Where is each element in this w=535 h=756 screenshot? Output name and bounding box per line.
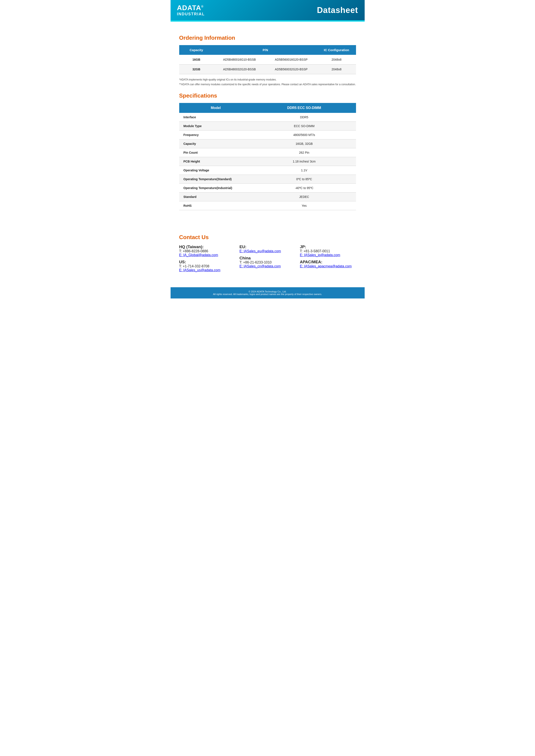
ordering-col-ic: IC Configuration <box>317 45 356 55</box>
contact-jp-email: E: IASales_jp@adata.com <box>300 253 356 257</box>
contact-us-email-link[interactable]: E: IASales_us@adata.com <box>179 268 220 272</box>
contact-apac-name: APAC/MEA: <box>300 259 356 264</box>
specs-label-3: Capacity <box>179 139 253 148</box>
specs-value-1: ECC SO-DIMM <box>253 122 356 131</box>
specs-row-1: Module Type ECC SO-DIMM <box>179 122 356 131</box>
specifications-section: Specifications Model DDR5 ECC SO-DIMM In… <box>179 92 356 210</box>
specs-label-9: Standard <box>179 193 253 201</box>
contact-china: China T: +86-21-6233-1010 E: IASales_cn@… <box>239 256 296 268</box>
ordering-note-2: **ADATA can offer memory modules customi… <box>179 83 356 86</box>
footer: © 2024 ADATA Technology Co., Ltd. All ri… <box>171 287 365 298</box>
contact-hq-email: E: IA_Global@adata.com <box>179 253 235 257</box>
contact-jp-name: JP: <box>300 245 356 249</box>
contact-jp: JP: T: +81-3-5807-0011 E: IASales_jp@ada… <box>300 245 356 257</box>
contact-col-3: JP: T: +81-3-5807-0011 E: IASales_jp@ada… <box>300 245 356 272</box>
specs-label-10: RoHS <box>179 201 253 210</box>
contact-apac-email-link[interactable]: E: IASales_apacmea@adata.com <box>300 264 352 268</box>
contact-col-1: HQ (Taiwan): T: +886-8228-0886 E: IA_Glo… <box>179 245 235 272</box>
header: ADATA® INDUSTRIAL Datasheet <box>171 0 365 20</box>
contact-jp-email-link[interactable]: E: IASales_jp@adata.com <box>300 253 340 257</box>
specs-value-2: 4800/5600 MT/s <box>253 131 356 139</box>
specs-value-6: 1.1V <box>253 166 356 175</box>
specs-row-7: Operating Temperature(Standard) 0ºC to 8… <box>179 175 356 184</box>
contact-hq-phone: T: +886-8228-0886 <box>179 249 235 253</box>
contact-jp-phone: T: +81-3-5807-0011 <box>300 249 356 253</box>
specs-label-4: Pin Count <box>179 148 253 157</box>
contact-eu-email: E: IASales_eu@adata.com <box>239 249 296 253</box>
ordering-note-1: *ADATA implements high-quality original … <box>179 78 356 81</box>
specs-row-6: Operating Voltage 1.1V <box>179 166 356 175</box>
logo-adata-text: ADATA <box>177 4 201 12</box>
ordering-ic-0: 2048x8 <box>317 55 356 65</box>
contact-col-2: EU: E: IASales_eu@adata.com China T: +86… <box>239 245 296 272</box>
specs-label-6: Operating Voltage <box>179 166 253 175</box>
contact-china-name: China <box>239 256 296 260</box>
specs-label-2: Frequency <box>179 131 253 139</box>
logo-adata: ADATA® <box>177 4 204 12</box>
contact-hq-name: HQ (Taiwan): <box>179 245 235 249</box>
contact-eu-email-link[interactable]: E: IASales_eu@adata.com <box>239 249 281 253</box>
ordering-table-header-row: Capacity P/N IC Configuration <box>179 45 356 55</box>
contact-china-email: E: IASales_cn@adata.com <box>239 264 296 268</box>
contact-grid: HQ (Taiwan): T: +886-8228-0886 E: IA_Glo… <box>179 245 356 272</box>
contact-us-email: E: IASales_us@adata.com <box>179 268 235 272</box>
specs-value-3: 16GB, 32GB <box>253 139 356 148</box>
ordering-table: Capacity P/N IC Configuration 16GB AD5B4… <box>179 45 356 74</box>
specs-label-8: Operating Temperature(Industrial) <box>179 184 253 193</box>
contact-eu-name: EU: <box>239 245 296 249</box>
ordering-pn2-0: AD5B560016G20-BSSP <box>266 55 317 65</box>
specs-value-8: -40ºC to 95ºC <box>253 184 356 193</box>
contact-hq: HQ (Taiwan): T: +886-8228-0886 E: IA_Glo… <box>179 245 235 257</box>
specs-col-value: DDR5 ECC SO-DIMM <box>253 103 356 113</box>
ordering-section-title: Ordering Information <box>179 35 356 41</box>
specs-row-4: Pin Count 262 Pin <box>179 148 356 157</box>
ordering-row-1: 32GB AD5B480032G20-BSSB AD5B560032G20-BS… <box>179 65 356 74</box>
contact-hq-email-link[interactable]: E: IA_Global@adata.com <box>179 253 218 257</box>
contact-section-title: Contact Us <box>179 234 356 241</box>
logo-area: ADATA® INDUSTRIAL <box>177 4 205 16</box>
ordering-col-pn: P/N <box>214 45 317 55</box>
specs-table: Model DDR5 ECC SO-DIMM Interface DDR5 Mo… <box>179 103 356 210</box>
logo-registered: ® <box>201 5 204 8</box>
specs-value-4: 262 Pin <box>253 148 356 157</box>
footer-line2: All rights reserved. All trademarks, log… <box>175 293 360 295</box>
contact-us-phone: T: +1-714-332-8708 <box>179 264 235 268</box>
contact-section: Contact Us HQ (Taiwan): T: +886-8228-088… <box>179 223 356 272</box>
ordering-ic-1: 2048x8 <box>317 65 356 74</box>
ordering-capacity-1: 32GB <box>179 65 214 74</box>
contact-eu: EU: E: IASales_eu@adata.com <box>239 245 296 253</box>
specs-row-3: Capacity 16GB, 32GB <box>179 139 356 148</box>
specs-value-9: JEDEC <box>253 193 356 201</box>
specs-label-5: PCB Height <box>179 157 253 166</box>
specs-label-7: Operating Temperature(Standard) <box>179 175 253 184</box>
specs-section-title: Specifications <box>179 92 356 99</box>
contact-us: US: T: +1-714-332-8708 E: IASales_us@ada… <box>179 259 235 272</box>
header-title: Datasheet <box>317 6 358 15</box>
specs-label-0: Interface <box>179 113 253 122</box>
ordering-information-section: Ordering Information Capacity P/N IC Con… <box>179 35 356 86</box>
specs-row-8: Operating Temperature(Industrial) -40ºC … <box>179 184 356 193</box>
specs-col-model: Model <box>179 103 253 113</box>
contact-china-phone: T: +86-21-6233-1010 <box>239 260 296 264</box>
specs-row-9: Standard JEDEC <box>179 193 356 201</box>
logo-industrial: INDUSTRIAL <box>177 12 205 16</box>
specs-row-2: Frequency 4800/5600 MT/s <box>179 131 356 139</box>
specs-value-10: Yes <box>253 201 356 210</box>
specs-row-5: PCB Height 1.18 inches/ 3cm <box>179 157 356 166</box>
specs-value-7: 0ºC to 85ºC <box>253 175 356 184</box>
ordering-pn1-1: AD5B480032G20-BSSB <box>214 65 266 74</box>
contact-apac: APAC/MEA: E: IASales_apacmea@adata.com <box>300 259 356 268</box>
main-content: Ordering Information Capacity P/N IC Con… <box>171 21 365 279</box>
specs-header-row: Model DDR5 ECC SO-DIMM <box>179 103 356 113</box>
specs-row-0: Interface DDR5 <box>179 113 356 122</box>
ordering-col-capacity: Capacity <box>179 45 214 55</box>
specs-label-1: Module Type <box>179 122 253 131</box>
specs-value-5: 1.18 inches/ 3cm <box>253 157 356 166</box>
ordering-row-0: 16GB AD5B480016G10-BSSB AD5B560016G20-BS… <box>179 55 356 65</box>
ordering-capacity-0: 16GB <box>179 55 214 65</box>
specs-row-10: RoHS Yes <box>179 201 356 210</box>
ordering-pn1-0: AD5B480016G10-BSSB <box>214 55 266 65</box>
contact-apac-email: E: IASales_apacmea@adata.com <box>300 264 356 268</box>
footer-line1: © 2024 ADATA Technology Co., Ltd. <box>175 290 360 293</box>
contact-china-email-link[interactable]: E: IASales_cn@adata.com <box>239 264 281 268</box>
